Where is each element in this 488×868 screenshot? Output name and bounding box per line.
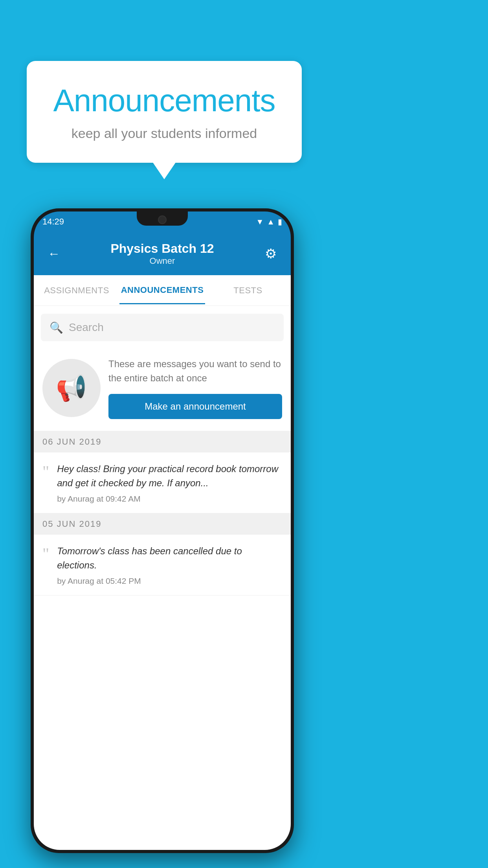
content-area: 🔍 Search 📢 These are messages you want t… xyxy=(34,306,291,850)
speech-bubble-container: Announcements keep all your students inf… xyxy=(27,61,302,163)
wifi-icon: ▼ xyxy=(256,217,264,226)
quote-icon-1: " xyxy=(42,463,49,480)
announcement-meta-1: by Anurag at 09:42 AM xyxy=(57,494,282,504)
promo-block: 📢 These are messages you want to send to… xyxy=(34,348,291,431)
announcement-text-1: Hey class! Bring your practical record b… xyxy=(57,462,282,490)
announcement-meta-2: by Anurag at 05:42 PM xyxy=(57,576,282,586)
status-icons: ▼ ▲ ▮ xyxy=(256,217,282,226)
search-placeholder: Search xyxy=(69,321,104,334)
phone-inner: 14:29 ▼ ▲ ▮ ← Physics Batch 12 Owner ⚙ A… xyxy=(34,211,291,850)
back-button[interactable]: ← xyxy=(44,246,64,261)
tab-assignments[interactable]: ASSIGNMENTS xyxy=(34,278,119,303)
app-header: ← Physics Batch 12 Owner ⚙ xyxy=(34,232,291,275)
announcement-item-1: " Hey class! Bring your practical record… xyxy=(34,452,291,513)
promo-description: These are messages you want to send to t… xyxy=(108,357,282,385)
header-subtitle: Owner xyxy=(64,256,261,266)
announcement-text-2: Tomorrow's class has been cancelled due … xyxy=(57,544,282,572)
battery-icon: ▮ xyxy=(278,217,282,226)
date-separator-1: 06 JUN 2019 xyxy=(34,431,291,452)
make-announcement-button[interactable]: Make an announcement xyxy=(108,394,282,419)
promo-icon-circle: 📢 xyxy=(42,359,101,417)
search-icon: 🔍 xyxy=(50,321,63,334)
gear-icon[interactable]: ⚙ xyxy=(261,246,281,261)
tab-announcements[interactable]: ANNOUNCEMENTS xyxy=(119,277,205,304)
signal-icon: ▲ xyxy=(267,217,275,226)
header-title: Physics Batch 12 xyxy=(64,241,261,256)
phone-frame: 14:29 ▼ ▲ ▮ ← Physics Batch 12 Owner ⚙ A… xyxy=(31,208,294,853)
quote-icon-2: " xyxy=(42,546,49,562)
date-separator-2: 05 JUN 2019 xyxy=(34,513,291,535)
tab-tests[interactable]: TESTS xyxy=(205,278,291,303)
megaphone-icon: 📢 xyxy=(56,373,87,403)
camera xyxy=(158,215,167,224)
speech-bubble: Announcements keep all your students inf… xyxy=(27,61,302,163)
header-title-area: Physics Batch 12 Owner xyxy=(64,241,261,266)
announcement-content-2: Tomorrow's class has been cancelled due … xyxy=(57,544,282,586)
promo-right: These are messages you want to send to t… xyxy=(108,357,282,419)
announcement-content-1: Hey class! Bring your practical record b… xyxy=(57,462,282,504)
status-time: 14:29 xyxy=(42,217,64,227)
search-bar[interactable]: 🔍 Search xyxy=(41,314,284,341)
tabs-bar: ASSIGNMENTS ANNOUNCEMENTS TESTS xyxy=(34,275,291,306)
bubble-subtitle: keep all your students informed xyxy=(50,126,278,141)
announcement-item-2: " Tomorrow's class has been cancelled du… xyxy=(34,535,291,596)
bubble-title: Announcements xyxy=(50,83,278,119)
notch xyxy=(137,211,188,226)
